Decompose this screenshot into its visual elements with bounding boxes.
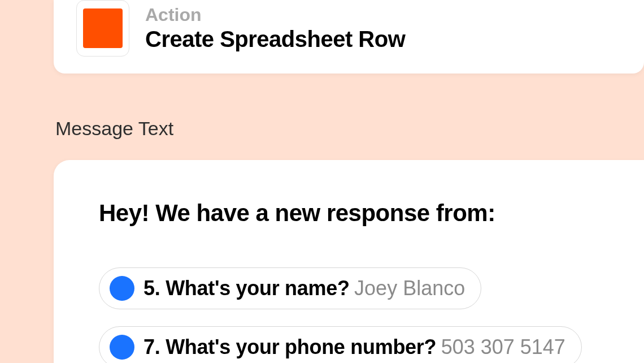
message-heading: Hey! We have a new response from: bbox=[99, 200, 616, 227]
action-name: Create Spreadsheet Row bbox=[145, 27, 405, 52]
chip-answer: 503 307 5147 bbox=[441, 335, 565, 358]
chip-answer: Joey Blanco bbox=[354, 276, 465, 300]
action-row: Action Create Spreadsheet Row bbox=[76, 0, 621, 57]
action-type-label: Action bbox=[145, 5, 405, 25]
field-chip[interactable]: 5. What's your name? Joey Blanco bbox=[99, 267, 481, 309]
message-card: Hey! We have a new response from: 5. Wha… bbox=[54, 160, 644, 363]
chip-source-icon bbox=[110, 276, 134, 301]
action-app-icon-box[interactable] bbox=[76, 0, 129, 57]
section-label: Message Text bbox=[55, 118, 644, 140]
chip-question: 7. What's your phone number? bbox=[143, 335, 436, 358]
action-card: Action Create Spreadsheet Row bbox=[54, 0, 644, 74]
app-icon bbox=[83, 8, 123, 48]
chip-question: 5. What's your name? bbox=[143, 276, 350, 300]
field-chip[interactable]: 7. What's your phone number? 503 307 514… bbox=[99, 326, 582, 363]
chip-source-icon bbox=[110, 335, 134, 360]
action-text-group: Action Create Spreadsheet Row bbox=[145, 5, 405, 52]
